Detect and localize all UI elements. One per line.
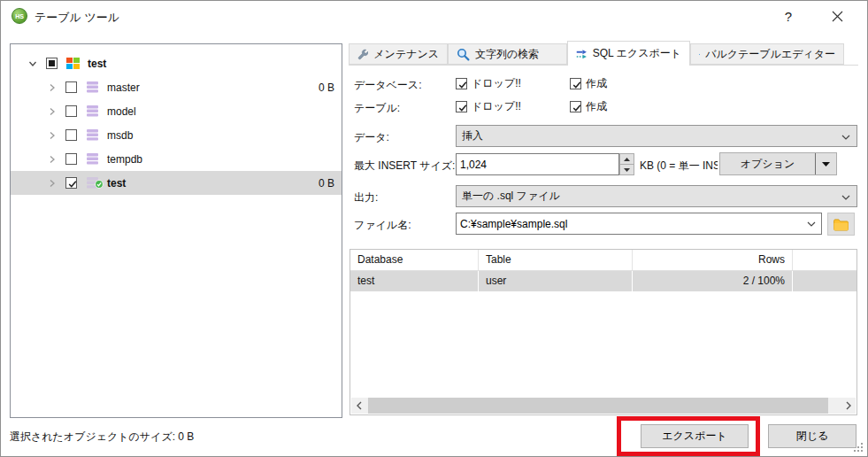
output-select[interactable]: 単一の .sql ファイル: [456, 185, 857, 207]
chevron-right-icon[interactable]: [48, 155, 57, 164]
scrollbar-thumb[interactable]: [368, 398, 828, 414]
database-label: データベース:: [354, 78, 421, 93]
checkbox[interactable]: [570, 101, 581, 112]
chevron-down-icon: [841, 195, 850, 200]
chevron-right-icon[interactable]: [48, 179, 57, 188]
browse-folder-button[interactable]: [827, 213, 855, 236]
column-header-table[interactable]: Table: [479, 250, 633, 270]
chevron-left-icon: [356, 401, 363, 410]
tree-label: master: [107, 81, 140, 94]
tree-row-server[interactable]: test: [11, 51, 342, 75]
grid-row[interactable]: test user 2 / 100%: [350, 271, 856, 291]
horizontal-scrollbar[interactable]: [351, 398, 856, 414]
scroll-right-button[interactable]: [841, 398, 856, 414]
scroll-left-button[interactable]: [351, 398, 366, 414]
chevron-down-icon[interactable]: [28, 59, 37, 68]
checkbox-label: 作成: [586, 76, 607, 91]
database-checkbox[interactable]: [65, 129, 77, 141]
resize-grip[interactable]: [852, 441, 864, 453]
db-size: 0 B: [319, 177, 334, 190]
chevron-right-icon[interactable]: [48, 107, 57, 116]
chevron-right-icon[interactable]: [48, 131, 57, 140]
help-button[interactable]: ?: [767, 1, 810, 31]
checkbox-label: 作成: [586, 99, 607, 114]
triangle-down-icon: [822, 162, 830, 167]
database-icon: [86, 153, 100, 166]
tab-label: SQL エクスポート: [593, 46, 681, 61]
spin-down-button[interactable]: [619, 165, 634, 175]
cell-rows: 2 / 100%: [633, 271, 793, 291]
tree-row-model[interactable]: model: [11, 99, 342, 123]
checkbox[interactable]: [456, 101, 467, 112]
selected-value: 単一の .sql ファイル: [462, 189, 560, 204]
windows-logo-icon: [66, 58, 81, 70]
filename-field: [456, 213, 822, 235]
database-checkbox[interactable]: [65, 177, 77, 189]
database-checkbox[interactable]: [65, 105, 77, 117]
table-create-checkbox[interactable]: 作成: [570, 99, 607, 114]
options-dropdown-button[interactable]: [815, 153, 836, 174]
database-checkbox[interactable]: [65, 153, 77, 165]
spin-up-button[interactable]: [619, 153, 634, 165]
max-insert-spinner: [619, 153, 634, 175]
folder-icon: [833, 218, 850, 231]
db-drop-checkbox[interactable]: ドロップ!!: [456, 76, 521, 91]
max-insert-field: [456, 153, 619, 175]
tab-bulk-editor[interactable]: バルクテーブルエディター: [690, 43, 844, 65]
checkbox-label: ドロップ!!: [472, 76, 521, 91]
tree-label: msdb: [107, 129, 133, 142]
chevron-right-icon: [845, 401, 852, 410]
column-header-database[interactable]: Database: [350, 250, 479, 270]
filename-input[interactable]: [456, 213, 822, 235]
options-button[interactable]: オプション: [719, 152, 837, 175]
checkbox[interactable]: [456, 78, 467, 89]
db-size: 0 B: [319, 81, 334, 94]
tree-row-tempdb[interactable]: tempdb: [11, 147, 342, 171]
checkbox[interactable]: [570, 78, 581, 89]
data-select[interactable]: 挿入: [456, 125, 857, 147]
selected-value: 挿入: [462, 128, 483, 143]
db-create-checkbox[interactable]: 作成: [570, 76, 607, 91]
filename-label: ファイル名:: [354, 218, 411, 233]
triangle-down-icon: [624, 168, 630, 172]
layers-icon: [699, 48, 700, 61]
grid-header: Database Table Rows: [350, 250, 856, 271]
column-header-empty: [793, 250, 856, 270]
tab-find-text[interactable]: 文字列の検索: [448, 43, 567, 65]
selected-objects-size-status: 選択されたオブジェクトのサイズ: 0 B: [10, 430, 194, 445]
database-icon: [86, 105, 100, 118]
options-button-label: オプション: [741, 157, 795, 172]
tab-sql-export[interactable]: SQL エクスポート: [567, 41, 690, 66]
data-label: データ:: [354, 130, 389, 145]
server-checkbox[interactable]: [46, 58, 58, 69]
triangle-up-icon: [624, 158, 630, 161]
tree-label: test: [107, 177, 126, 190]
max-insert-input[interactable]: [456, 153, 619, 175]
database-icon: [86, 177, 100, 190]
export-result-grid: Database Table Rows test user 2 / 100%: [350, 249, 857, 415]
database-icon: [86, 129, 100, 142]
checkbox-label: ドロップ!!: [472, 99, 521, 114]
close-window-button[interactable]: [816, 1, 858, 31]
cell-database: test: [350, 271, 479, 291]
table-tools-dialog: HS テーブル ツール ? test master 0 B: [0, 0, 868, 457]
database-checkbox[interactable]: [65, 81, 77, 93]
tree-row-master[interactable]: master 0 B: [11, 75, 342, 99]
chevron-down-icon[interactable]: [807, 221, 816, 227]
max-insert-unit: KB (0 = 単一 INS: [640, 159, 718, 174]
wrench-icon: [357, 48, 368, 61]
tab-maintenance[interactable]: メンテナンス: [349, 43, 448, 65]
tab-label: 文字列の検索: [475, 47, 539, 62]
close-button[interactable]: 閉じる: [768, 424, 856, 448]
chevron-right-icon[interactable]: [48, 83, 57, 92]
database-icon: [86, 81, 100, 94]
max-insert-label: 最大 INSERT サイズ:: [354, 159, 455, 174]
table-drop-checkbox[interactable]: ドロップ!!: [456, 99, 521, 114]
close-icon: [832, 11, 843, 22]
heidisql-logo-icon: HS: [12, 8, 27, 24]
column-header-rows[interactable]: Rows: [633, 250, 793, 270]
tree-label: model: [107, 105, 136, 118]
title-bar: HS テーブル ツール ?: [1, 1, 867, 33]
tree-row-test[interactable]: test 0 B: [11, 171, 342, 195]
tree-row-msdb[interactable]: msdb: [11, 123, 342, 147]
